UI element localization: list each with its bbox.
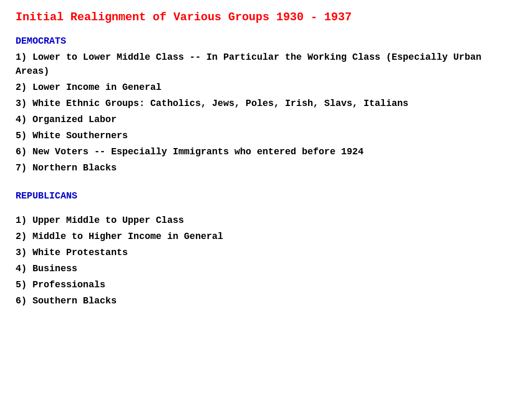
list-item: 3) White Ethnic Groups: Catholics, Jews,… [16,97,516,111]
list-item: 4) Business [16,262,516,276]
list-item: 6) Southern Blacks [16,294,516,308]
page-title: Initial Realignment of Various Groups 19… [16,10,516,25]
republicans-header: REPUBLICANS [16,191,516,201]
list-item: 3) White Protestants [16,246,516,260]
democrats-header: DEMOCRATS [16,36,516,46]
list-item: 7) Northern Blacks [16,161,516,175]
list-item: 6) New Voters -- Especially Immigrants w… [16,145,516,159]
list-item: 2) Middle to Higher Income in General [16,230,516,244]
list-item: 1) Upper Middle to Upper Class [16,214,516,228]
republicans-section: REPUBLICANS 1) Upper Middle to Upper Cla… [16,191,516,308]
list-item: 5) Professionals [16,278,516,292]
list-item: 1) Lower to Lower Middle Class -- In Par… [16,50,516,78]
list-item: 5) White Southerners [16,129,516,143]
list-item: 2) Lower Income in General [16,81,516,95]
democrats-section: DEMOCRATS 1) Lower to Lower Middle Class… [16,36,516,175]
list-item: 4) Organized Labor [16,113,516,127]
